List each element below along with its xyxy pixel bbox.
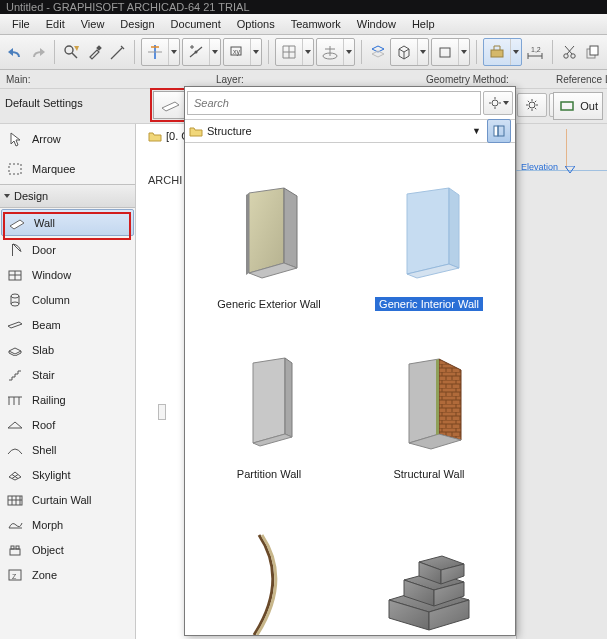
copy-button[interactable] <box>582 38 603 66</box>
thumb-generic-exterior-wall[interactable]: Generic Exterior Wall <box>189 147 349 317</box>
main-label: Main: <box>6 74 216 85</box>
redo-button[interactable] <box>27 38 48 66</box>
menu-design[interactable]: Design <box>112 16 162 32</box>
stair-tool[interactable]: Stair <box>0 362 135 387</box>
tree-toggle-button[interactable] <box>487 119 511 143</box>
thumb-structural-wall[interactable]: Structural Wall <box>349 317 509 487</box>
svg-line-35 <box>535 108 536 109</box>
menubar: File Edit View Design Document Options T… <box>0 14 607 35</box>
door-icon <box>6 242 24 258</box>
arrow-icon <box>6 131 24 147</box>
project-dropdown[interactable] <box>316 38 355 66</box>
popup-breadcrumb[interactable]: Structure ▼ <box>185 120 515 143</box>
svg-line-3 <box>113 48 122 57</box>
shell-tool[interactable]: Shell <box>0 437 135 462</box>
menu-file[interactable]: File <box>4 16 38 32</box>
menu-view[interactable]: View <box>73 16 113 32</box>
curtain-wall-tool[interactable]: Curtain Wall <box>0 487 135 512</box>
column-tool[interactable]: Column <box>0 287 135 312</box>
arrow-tool[interactable]: Arrow <box>0 124 135 154</box>
morph-tool[interactable]: Morph <box>0 512 135 537</box>
slab-tool[interactable]: Slab <box>0 337 135 362</box>
eyedropper-button[interactable] <box>84 38 105 66</box>
wall-icon <box>8 216 26 230</box>
wall-label: Wall <box>34 217 55 229</box>
svg-point-29 <box>529 102 535 108</box>
popup-thumbnail-grid: Generic Exterior Wall Generic Interior W… <box>185 143 515 635</box>
menu-teamwork[interactable]: Teamwork <box>283 16 349 32</box>
thumb-curved-wall[interactable] <box>189 487 349 635</box>
undo-button[interactable] <box>4 38 25 66</box>
popup-gear-button[interactable] <box>483 91 513 115</box>
grid-dropdown[interactable] <box>275 38 314 66</box>
chevron-down-icon <box>4 194 10 198</box>
roof-tool[interactable]: Roof <box>0 412 135 437</box>
popup-search-row <box>185 87 515 120</box>
syringe-button[interactable] <box>107 38 128 66</box>
marquee-tool[interactable]: Marquee <box>0 154 135 184</box>
design-group-header[interactable]: Design <box>0 184 135 208</box>
menu-edit[interactable]: Edit <box>38 16 73 32</box>
window-titlebar: Untitled - GRAPHISOFT ARCHICAD-64 21 TRI… <box>0 0 607 14</box>
window-tool[interactable]: Window <box>0 262 135 287</box>
zone-tool[interactable]: Z Zone <box>0 562 135 587</box>
outline-button[interactable]: Out <box>553 92 603 120</box>
svg-point-9 <box>194 51 197 54</box>
thumb-block-wall[interactable] <box>349 487 509 635</box>
menu-window[interactable]: Window <box>349 16 404 32</box>
svg-rect-39 <box>9 164 21 174</box>
guideline-dropdown[interactable] <box>141 38 180 66</box>
elevation-marker-icon <box>565 166 575 174</box>
thumb-partition-wall[interactable]: Partition Wall <box>189 317 349 487</box>
svg-point-0 <box>65 46 73 54</box>
svg-text:xy: xy <box>233 48 241 56</box>
window-label: Window <box>32 269 71 281</box>
coord-dropdown[interactable]: xy <box>223 38 262 66</box>
beam-icon <box>6 319 24 331</box>
beam-label: Beam <box>32 319 61 331</box>
svg-rect-62 <box>10 549 20 555</box>
default-settings-label[interactable]: Default Settings <box>5 97 83 109</box>
search-input[interactable] <box>187 91 481 115</box>
snap-dropdown[interactable] <box>182 38 221 66</box>
menu-options[interactable]: Options <box>229 16 283 32</box>
skylight-tool[interactable]: Skylight <box>0 462 135 487</box>
beam-tool[interactable]: Beam <box>0 312 135 337</box>
trace-button[interactable] <box>367 38 388 66</box>
morph-icon <box>6 518 24 532</box>
folder-icon <box>189 125 203 137</box>
skylight-icon <box>6 468 24 482</box>
svg-point-67 <box>492 100 498 106</box>
box-dropdown[interactable] <box>431 38 470 66</box>
railing-tool[interactable]: Railing <box>0 387 135 412</box>
wall-thumb-icon <box>153 91 188 119</box>
svg-point-45 <box>11 294 19 298</box>
chevron-down-icon: ▼ <box>472 126 481 136</box>
wall-tool[interactable]: Wall <box>1 209 134 236</box>
object-tool[interactable]: Object <box>0 537 135 562</box>
stair-label: Stair <box>32 369 55 381</box>
drawer-handle[interactable] <box>158 404 166 420</box>
svg-rect-73 <box>498 126 504 136</box>
elevation-label: Elevation <box>521 162 558 172</box>
window-icon <box>6 268 24 282</box>
zone-icon: Z <box>6 568 24 582</box>
marquee-icon <box>6 162 24 176</box>
stair-icon <box>6 368 24 382</box>
measure-button[interactable]: 1,2 <box>524 38 546 66</box>
cut-button[interactable] <box>559 38 580 66</box>
cube-dropdown[interactable] <box>390 38 429 66</box>
renovation-dropdown[interactable] <box>483 38 522 66</box>
column-icon <box>6 292 24 308</box>
pick-tool-button[interactable] <box>61 38 82 66</box>
menu-help[interactable]: Help <box>404 16 443 32</box>
thumb-label: Generic Interior Wall <box>375 297 483 311</box>
svg-rect-17 <box>440 48 450 57</box>
door-tool[interactable]: Door <box>0 237 135 262</box>
svg-rect-38 <box>561 102 573 110</box>
menu-document[interactable]: Document <box>163 16 229 32</box>
folder-icon <box>148 130 162 142</box>
window-title: Untitled - GRAPHISOFT ARCHICAD-64 21 TRI… <box>6 1 250 13</box>
thumb-generic-interior-wall[interactable]: Generic Interior Wall <box>349 147 509 317</box>
gear-button[interactable] <box>517 93 547 117</box>
